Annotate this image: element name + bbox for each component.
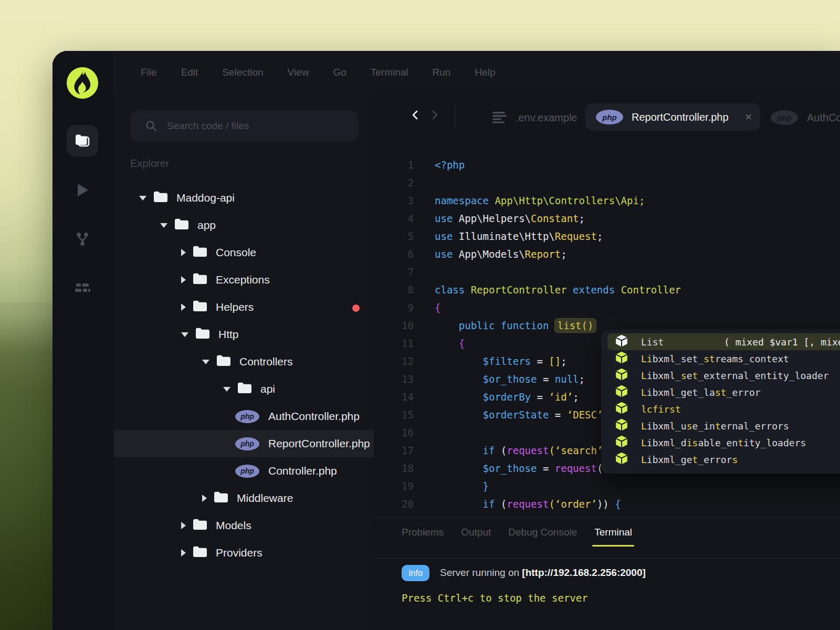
tree-item-models[interactable]: Models xyxy=(114,512,374,539)
panel-tabs-divider xyxy=(374,558,840,559)
close-icon[interactable]: × xyxy=(745,110,752,124)
autocomplete-item-5[interactable]: Libxml_use_internal_errors xyxy=(607,417,840,434)
autocomplete-item-7[interactable]: Libxml_get_errors xyxy=(607,451,840,468)
tree-item-api[interactable]: api xyxy=(114,375,374,403)
panel-tab-debug-console[interactable]: Debug Console xyxy=(508,527,577,538)
line-number: 19 xyxy=(374,480,414,492)
sidebar-item-extensions[interactable] xyxy=(67,272,98,304)
chevron-down-icon[interactable] xyxy=(181,332,188,337)
terminal-line-server: Server running on [http://192.168.2.256:… xyxy=(440,567,646,579)
chevron-right-icon[interactable] xyxy=(181,249,186,256)
menu-item-view[interactable]: View xyxy=(288,67,309,78)
tree-item-helpers[interactable]: Helpers xyxy=(114,293,374,321)
folder-icon xyxy=(214,491,228,505)
sidebar-item-run[interactable] xyxy=(67,174,98,206)
autocomplete-item-4[interactable]: lcfirst xyxy=(607,401,840,417)
autocomplete-item-3[interactable]: Libxml_get_last_error xyxy=(607,384,840,401)
menu-item-edit[interactable]: Edit xyxy=(181,67,198,78)
explorer-heading: Explorer xyxy=(130,158,169,170)
tree-item-controller-php[interactable]: phpController.php xyxy=(114,457,374,485)
autocomplete-item-6[interactable]: Libxml_disable_entity_loaders xyxy=(607,434,840,451)
autocomplete-label: Libxml_get_errors xyxy=(641,454,738,465)
menu-item-selection[interactable]: Selection xyxy=(222,67,263,78)
chevron-down-icon[interactable] xyxy=(223,387,230,392)
chevron-right-icon[interactable] xyxy=(181,522,186,529)
folder-icon xyxy=(196,328,209,341)
menu-item-file[interactable]: File xyxy=(141,67,157,78)
nav-back-icon[interactable] xyxy=(410,110,421,120)
autocomplete-label: Libxml_use_internal_errors xyxy=(641,421,789,432)
nav-forward-icon[interactable] xyxy=(429,110,440,120)
package-cube-icon xyxy=(615,452,628,467)
panel-tab-problems[interactable]: Problems xyxy=(402,527,444,538)
code-line-1: 1<?php xyxy=(374,156,840,174)
chevron-right-icon[interactable] xyxy=(181,303,186,311)
chevron-right-icon[interactable] xyxy=(181,549,186,556)
tab-authcontroller[interactable]: php AuthController.php xyxy=(771,104,840,131)
package-cube-icon xyxy=(615,384,628,400)
code-line-7: 7 xyxy=(374,263,840,281)
tree-item-label: Controller.php xyxy=(268,465,337,477)
app-window: FileEditSelectionViewGoTerminalRunHelp E… xyxy=(52,51,840,630)
code-line-5: 5use Illuminate\Http\Request; xyxy=(374,227,840,245)
line-number: 12 xyxy=(374,355,414,367)
code-line-2: 2 xyxy=(374,174,840,192)
menu-item-help[interactable]: Help xyxy=(475,67,495,78)
autocomplete-popup: List( mixed $var1 [, mixed $Libxml_set_s… xyxy=(601,330,840,474)
line-number: 13 xyxy=(374,373,414,385)
autocomplete-label: Libxml_set_streams_context xyxy=(641,353,789,364)
server-running-text: Server running on xyxy=(440,567,522,578)
chevron-right-icon[interactable] xyxy=(202,495,207,502)
chevron-right-icon[interactable] xyxy=(181,276,186,284)
code-line-4: 4use App\Helpers\Constant; xyxy=(374,209,840,227)
tree-item-controllers[interactable]: Controllers xyxy=(114,348,374,375)
line-number: 2 xyxy=(374,177,414,188)
tab-nav-divider xyxy=(455,105,455,130)
server-url: [http://192.168.2.256:2000] xyxy=(522,567,646,578)
folder-icon xyxy=(175,218,188,232)
search-icon xyxy=(145,120,158,132)
autocomplete-item-0[interactable]: List( mixed $var1 [, mixed $ xyxy=(607,333,840,350)
code-line-20: 20 if (request(‘order’)) { xyxy=(374,495,840,513)
info-badge: Info xyxy=(402,565,429,581)
line-number: 1 xyxy=(374,159,414,171)
line-number: 5 xyxy=(374,230,414,242)
tree-item-label: Controllers xyxy=(239,355,293,368)
menu-item-run[interactable]: Run xyxy=(433,67,451,78)
package-cube-icon xyxy=(615,401,628,417)
tree-item-label: Console xyxy=(216,246,256,259)
autocomplete-item-2[interactable]: Libxml_set_external_entity_loader xyxy=(607,367,840,384)
tab-env-example[interactable]: .env.example xyxy=(492,104,577,131)
tree-item-console[interactable]: Console xyxy=(114,239,374,266)
tree-item-exceptions[interactable]: Exceptions xyxy=(114,266,374,293)
modified-dot-badge xyxy=(352,304,360,312)
autocomplete-label: Libxml_set_external_entity_loader xyxy=(641,370,829,381)
panel-tab-terminal[interactable]: Terminal xyxy=(594,527,632,538)
sidebar-item-files[interactable] xyxy=(67,125,98,156)
tree-item-providers[interactable]: Providers xyxy=(114,539,374,566)
menu-item-go[interactable]: Go xyxy=(333,67,346,78)
tree-item-middleware[interactable]: Middleware xyxy=(114,485,374,512)
tree-item-http[interactable]: Http xyxy=(114,321,374,348)
tree-item-app[interactable]: app xyxy=(114,212,374,239)
line-number: 7 xyxy=(374,266,414,278)
search-box[interactable] xyxy=(130,110,358,142)
line-number: 6 xyxy=(374,248,414,260)
chevron-down-icon[interactable] xyxy=(202,360,209,364)
tree-item-maddog-api[interactable]: Maddog-api xyxy=(114,184,374,212)
tree-item-authcontroller-php[interactable]: phpAuthController.php xyxy=(114,403,374,430)
chevron-down-icon[interactable] xyxy=(139,196,146,201)
autocomplete-item-1[interactable]: Libxml_set_streams_context xyxy=(607,350,840,367)
panel-tab-output[interactable]: Output xyxy=(461,527,491,538)
tree-item-reportcontroller-php[interactable]: phpReportController.php xyxy=(114,430,381,457)
autocomplete-label: Libxml_disable_entity_loaders xyxy=(641,437,806,448)
sidebar-item-source-control[interactable] xyxy=(67,223,98,255)
tree-item-label: Helpers xyxy=(216,301,254,313)
menu-item-terminal[interactable]: Terminal xyxy=(371,67,408,78)
tree-item-label: Http xyxy=(218,328,239,341)
tab-reportcontroller[interactable]: php ReportController.php × xyxy=(585,103,760,131)
tree-item-label: app xyxy=(197,219,216,232)
chevron-down-icon[interactable] xyxy=(160,223,167,228)
search-input[interactable] xyxy=(166,120,346,132)
files-icon xyxy=(74,133,91,149)
